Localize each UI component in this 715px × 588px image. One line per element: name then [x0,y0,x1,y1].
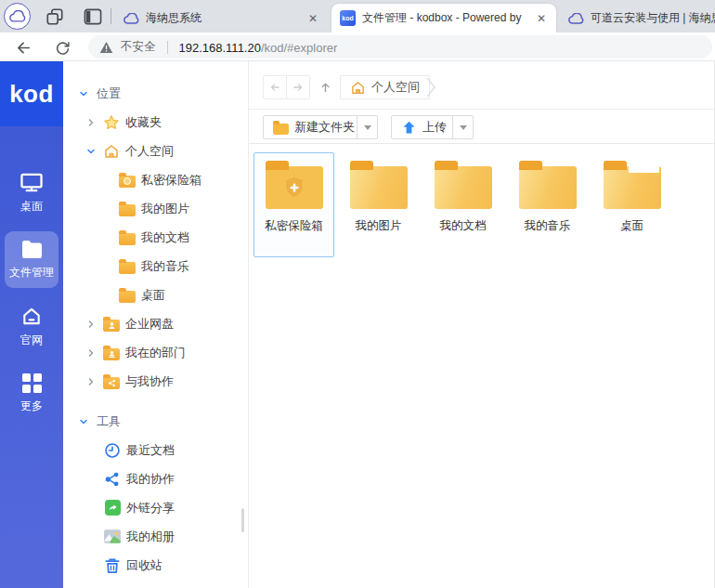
up-level-button[interactable] [314,75,336,99]
tree-item-label: 我的文档 [141,229,189,246]
monitor-icon [20,172,44,193]
tree-item-my-music[interactable]: 我的音乐 [63,252,248,281]
chevron-right-icon[interactable] [86,348,96,358]
tree-item-personal-space[interactable]: 个人空间 [63,137,248,165]
rail-item-file-manager[interactable]: 文件管理 [5,231,58,288]
share-nodes-icon [104,471,121,488]
forward-icon [291,81,306,94]
tree-item-my-department[interactable]: 我在的部门 [63,338,248,367]
breadcrumb-personal-space[interactable]: 个人空间 [340,75,430,99]
caret-down-icon [460,125,467,130]
rail-item-desktop[interactable]: 桌面 [5,163,58,222]
tree-item-label: 收藏夹 [125,114,162,131]
rail-item-website[interactable]: 官网 [5,297,58,356]
tree-item-my-collaboration[interactable]: 我的协作 [63,464,248,493]
chevron-down-icon[interactable] [79,89,88,98]
home-icon [103,143,120,160]
tree-item-my-documents[interactable]: 我的文档 [63,223,248,252]
kod-logo[interactable]: kod [0,61,63,126]
file-name: 我的文档 [440,218,487,234]
tree-item-label: 外链分享 [126,500,175,516]
tree-item-label: 我的相册 [126,529,175,545]
chevron-right-icon[interactable] [86,118,96,127]
tree-item-label: 我的图片 [141,201,189,217]
divider [110,8,111,24]
new-folder-label: 新建文件夹 [294,119,355,136]
tree-item-label: 私密保险箱 [141,172,202,189]
upload-button[interactable]: 上传 [391,115,457,139]
folder-icon [20,240,44,259]
file-name: 我的音乐 [525,218,571,234]
rail-item-label: 桌面 [20,199,43,215]
tree-item-my-albums[interactable]: 我的相册 [63,522,248,551]
home-icon [350,80,366,96]
chevron-down-icon[interactable] [86,147,96,156]
rail-item-label: 官网 [20,333,43,348]
file-item-my-documents[interactable]: 我的文档 [422,152,503,257]
kodbox-favicon: kod [340,10,356,26]
browser-tab-3[interactable]: 可道云安装与使用 | 海纳思 [560,4,715,33]
browser-tab-2-active[interactable]: kod 文件管理 - kodbox - Powered by ✕ [332,4,556,33]
file-item-my-music[interactable]: 我的音乐 [507,152,588,257]
folder-icon [119,258,136,275]
history-forward-button[interactable] [286,75,310,99]
star-icon [103,114,120,131]
refresh-icon[interactable] [52,37,72,58]
tree-scrollbar-thumb[interactable] [241,508,244,532]
file-name: 我的图片 [356,218,402,234]
file-item-my-pictures[interactable]: 我的图片 [338,152,419,257]
folder-safe-icon [266,166,323,209]
upload-dropdown-button[interactable] [452,115,474,139]
file-grid: 私密保险箱 我的图片 我的文档 我的音乐 桌面 [249,144,714,588]
close-icon[interactable]: ✕ [535,12,548,25]
file-item-desktop[interactable]: 桌面 [592,152,672,257]
close-icon[interactable]: ✕ [306,12,319,25]
rail-item-label: 文件管理 [9,265,54,281]
tree-section-label: 工具 [97,413,121,430]
tree-item-shared-with-me[interactable]: 与我协作 [63,367,248,396]
tree-section-file-types[interactable]: 文件类型 [63,583,248,588]
folder-icon [273,124,289,135]
tree-item-company-drive[interactable]: 企业网盘 [63,309,248,338]
back-icon[interactable] [13,37,33,58]
file-item-safe-box[interactable]: 私密保险箱 [254,152,334,257]
clock-icon [104,442,121,459]
tree-section-location[interactable]: 位置 [63,79,248,108]
new-folder-button[interactable]: 新建文件夹 [263,115,365,139]
tab-stacks-icon[interactable] [41,3,68,30]
file-toolbar: 新建文件夹 上传 [249,110,714,144]
folder-department-icon [103,345,120,361]
folder-icon [435,166,492,209]
tab-title: 文件管理 - kodbox - Powered by [362,10,528,26]
chevron-right-icon[interactable] [86,320,96,329]
upload-label: 上传 [422,119,447,136]
chevron-right-icon[interactable] [86,377,96,386]
chevron-down-icon[interactable] [79,417,88,426]
tree-item-recycle-bin[interactable]: 回收站 [63,551,248,580]
upload-icon [401,120,417,136]
tree-item-label: 我在的部门 [125,345,186,361]
tree-item-favorites[interactable]: 收藏夹 [63,108,248,137]
browser-tab-1[interactable]: 海纳思系统 ✕ [115,4,328,33]
tree-section-tools[interactable]: 工具 [63,407,248,436]
tree-item-recent-docs[interactable]: 最近文档 [63,436,248,464]
tab-title: 海纳思系统 [146,10,300,26]
rail-item-more[interactable]: 更多 [5,365,58,422]
url-host: 192.168.111.20 [179,41,261,55]
file-name: 桌面 [620,218,644,234]
url-input[interactable]: 不安全 192.168.111.20/kod/#explorer [88,35,712,59]
tree-item-label: 个人空间 [125,143,174,160]
security-label[interactable]: 不安全 [121,39,156,55]
new-folder-dropdown-button[interactable] [357,115,378,139]
album-icon [104,529,121,545]
warning-icon [99,41,113,54]
tree-item-my-pictures[interactable]: 我的图片 [63,194,248,223]
tree-item-link-share[interactable]: 外链分享 [63,493,248,522]
link-share-icon [104,500,121,516]
sidebar-panel-icon[interactable] [79,3,106,30]
url-path: /kod/#explorer [261,41,337,55]
tree-item-desktop[interactable]: 桌面 [63,281,248,309]
browser-logo-button[interactable] [4,3,31,30]
tree-item-safe-box[interactable]: 私密保险箱 [63,165,248,194]
history-back-button[interactable] [263,75,287,99]
